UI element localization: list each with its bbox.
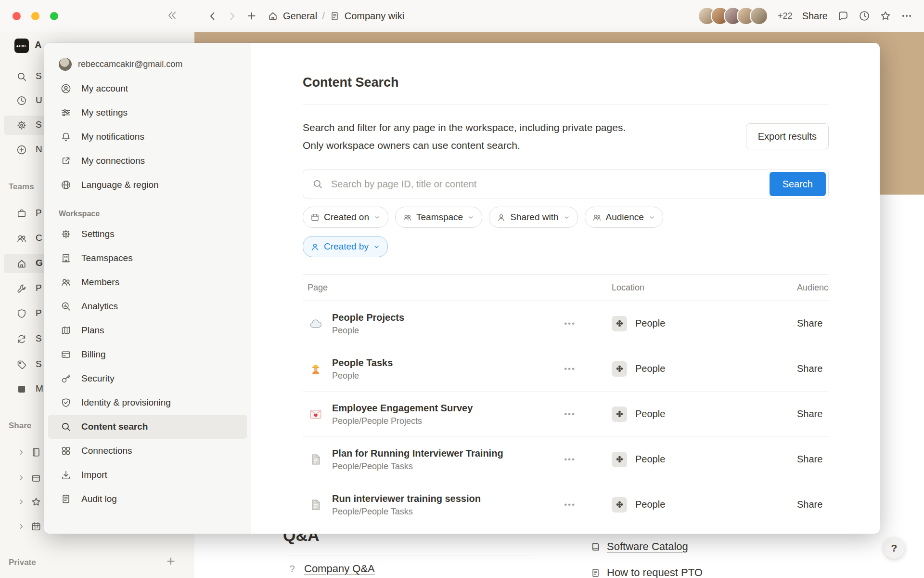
settings-nav-analytics[interactable]: Analytics: [44, 294, 251, 318]
page-link-request-pto[interactable]: How to request PTO: [590, 560, 703, 578]
location-name[interactable]: People: [635, 499, 665, 510]
workspace-section-heading: Workspace: [44, 210, 251, 218]
teamspace-icon: [612, 497, 627, 512]
table-row[interactable]: Run interviewer training session People/…: [303, 482, 829, 527]
page-title[interactable]: Plan for Running Interviewer Training: [332, 447, 503, 460]
settings-nav-billing[interactable]: Billing: [44, 342, 251, 367]
back-icon[interactable]: [207, 11, 218, 22]
add-private-page-icon[interactable]: [166, 556, 176, 566]
bell-icon: [61, 131, 71, 142]
arrow-out-icon: [61, 156, 71, 166]
page-link-software-catalog[interactable]: Software Catalog: [590, 534, 703, 560]
page-title[interactable]: Employee Engagement Survey: [332, 402, 473, 414]
settings-nav-my-notifications[interactable]: My notifications: [44, 125, 251, 149]
private-section-row[interactable]: Private: [0, 553, 194, 572]
settings-nav-my-settings[interactable]: My settings: [44, 101, 251, 125]
comments-icon[interactable]: [837, 10, 849, 22]
page-path: People/People Tasks: [332, 461, 503, 472]
account-avatar: [59, 58, 72, 71]
history-icon[interactable]: [859, 10, 870, 22]
settings-nav-content-search[interactable]: Content search: [48, 415, 247, 439]
share-button[interactable]: Share: [802, 11, 828, 22]
settings-nav-security[interactable]: Security: [44, 367, 251, 391]
favorite-star-icon[interactable]: [880, 10, 891, 22]
column-header-page: Page: [303, 283, 597, 293]
page-title[interactable]: People Tasks: [332, 356, 393, 369]
row-menu-icon[interactable]: •••: [564, 500, 576, 510]
audience-value: Share: [797, 408, 829, 420]
settings-nav-plans[interactable]: Plans: [44, 318, 251, 342]
filter-audience[interactable]: Audience: [585, 207, 663, 228]
page-icon: [308, 498, 323, 512]
table-row[interactable]: People Projects People ••• People Share: [303, 301, 829, 346]
filter-created-on[interactable]: Created on: [303, 207, 388, 228]
breadcrumb-root[interactable]: General: [283, 11, 317, 22]
filter-created-by[interactable]: Created by: [303, 236, 388, 257]
star-icon: [31, 497, 41, 507]
row-menu-icon[interactable]: •••: [564, 455, 576, 464]
page-title[interactable]: Run interviewer training session: [332, 492, 481, 505]
people-icon: [61, 277, 71, 288]
new-tab-icon[interactable]: [246, 11, 257, 21]
settings-nav-audit-log[interactable]: Audit log: [44, 487, 251, 511]
people-icon: [16, 233, 27, 244]
breadcrumb-page[interactable]: Company wiki: [345, 11, 404, 22]
row-menu-icon[interactable]: •••: [564, 364, 576, 374]
avatar-overflow-count[interactable]: +22: [778, 11, 793, 21]
viewer-avatars[interactable]: [698, 7, 768, 25]
home-icon: [268, 11, 278, 21]
forward-icon[interactable]: [227, 11, 238, 22]
chevron-right-icon[interactable]: [17, 448, 25, 456]
results-table: Page Location Audience People Projects P…: [303, 274, 829, 531]
wiki-page-icon: [330, 11, 340, 21]
audience-value: Share: [797, 363, 829, 374]
collapse-sidebar-icon[interactable]: [167, 10, 178, 21]
filter-teamspace[interactable]: Teamspace: [395, 207, 482, 228]
chevron-right-icon[interactable]: [17, 523, 25, 530]
table-row[interactable]: People Tasks People ••• People Share: [303, 346, 829, 391]
audience-value: Share: [797, 318, 829, 329]
minimize-window-button[interactable]: [31, 12, 39, 20]
row-menu-icon[interactable]: •••: [564, 319, 576, 328]
settings-nav-language-region[interactable]: Language & region: [44, 173, 251, 197]
row-menu-icon[interactable]: •••: [564, 409, 576, 419]
audience-value: Share: [797, 454, 829, 465]
close-window-button[interactable]: [13, 12, 21, 20]
chevron-down-icon: [467, 214, 475, 221]
location-name[interactable]: People: [635, 408, 665, 420]
table-row[interactable]: Employee Engagement Survey People/People…: [303, 391, 829, 436]
page-path: People: [332, 370, 393, 381]
settings-nav-connections[interactable]: Connections: [44, 439, 251, 463]
zoom-window-button[interactable]: [50, 12, 58, 20]
chevron-right-icon[interactable]: [17, 474, 25, 482]
location-name[interactable]: People: [635, 363, 665, 374]
audience-value: Share: [797, 499, 829, 510]
cloud-icon: [308, 316, 323, 331]
chevron-right-icon[interactable]: [17, 498, 25, 506]
help-button[interactable]: ?: [884, 538, 905, 559]
settings-nav-my-account[interactable]: My account: [44, 77, 251, 101]
avatar: [750, 7, 768, 25]
settings-nav-import[interactable]: Import: [44, 463, 251, 487]
settings-nav-my-connections[interactable]: My connections: [44, 149, 251, 173]
export-results-button[interactable]: Export results: [746, 123, 829, 149]
location-name[interactable]: People: [635, 318, 665, 329]
filter-shared-with[interactable]: Shared with: [489, 207, 578, 228]
search-input[interactable]: [303, 170, 829, 198]
settings-nav-members[interactable]: Members: [44, 270, 251, 294]
settings-nav-identity-provisioning[interactable]: Identity & provisioning: [44, 391, 251, 415]
page-title[interactable]: People Projects: [332, 311, 404, 324]
shield-check-icon: [61, 397, 71, 408]
table-header: Page Location Audience: [303, 274, 829, 301]
search-button[interactable]: Search: [770, 172, 826, 196]
more-options-icon[interactable]: [901, 10, 912, 22]
table-row[interactable]: Plan for Running Interviewer Training Pe…: [303, 436, 829, 482]
traffic-lights: [13, 12, 58, 20]
settings-nav-settings[interactable]: Settings: [44, 222, 251, 246]
location-name[interactable]: People: [635, 454, 665, 465]
doc-icon: [590, 568, 601, 578]
settings-nav-teamspaces[interactable]: Teamspaces: [44, 246, 251, 270]
clock-icon: [16, 95, 27, 106]
chevron-down-icon: [563, 214, 570, 221]
page-link-company-qa[interactable]: ? Company Q&A: [287, 563, 375, 575]
